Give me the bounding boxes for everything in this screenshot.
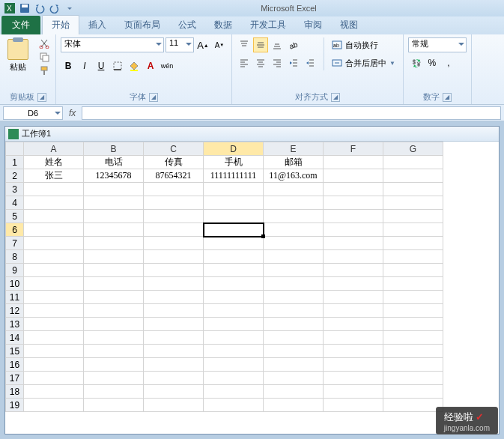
decrease-indent-button[interactable]: [286, 55, 301, 70]
cell-F6[interactable]: [324, 223, 383, 237]
cell-E12[interactable]: [264, 304, 324, 318]
cell-D15[interactable]: [204, 345, 264, 358]
cell-F14[interactable]: [324, 331, 383, 345]
format-painter-button[interactable]: [37, 64, 51, 76]
cell-C12[interactable]: [144, 304, 204, 318]
cell-B9[interactable]: [84, 264, 144, 277]
col-header-D[interactable]: D: [204, 142, 264, 156]
cell-C14[interactable]: [144, 331, 204, 345]
save-icon[interactable]: [18, 1, 31, 15]
decrease-font-button[interactable]: A▼: [212, 37, 227, 52]
file-tab[interactable]: 文件: [1, 16, 40, 34]
cell-B11[interactable]: [84, 291, 144, 304]
cell-A17[interactable]: [24, 372, 84, 385]
cell-G8[interactable]: [383, 250, 443, 264]
row-header-18[interactable]: 18: [6, 385, 24, 399]
align-middle-button[interactable]: [253, 37, 268, 52]
cell-F12[interactable]: [324, 304, 383, 318]
cell-A12[interactable]: [24, 304, 84, 318]
tab-data[interactable]: 数据: [205, 16, 241, 34]
row-header-9[interactable]: 9: [6, 264, 24, 277]
cell-B10[interactable]: [84, 277, 144, 291]
cell-D19[interactable]: [204, 399, 264, 412]
cell-B1[interactable]: 电话: [84, 156, 144, 169]
cell-A16[interactable]: [24, 358, 84, 372]
cell-E5[interactable]: [264, 210, 324, 223]
cell-D11[interactable]: [204, 291, 264, 304]
cell-A7[interactable]: [24, 237, 84, 250]
number-dialog-launcher[interactable]: ◢: [443, 93, 452, 102]
cell-D14[interactable]: [204, 331, 264, 345]
cell-B3[interactable]: [84, 183, 144, 196]
cell-B13[interactable]: [84, 318, 144, 331]
cell-F7[interactable]: [324, 237, 383, 250]
cell-A6[interactable]: [24, 223, 84, 237]
cell-B17[interactable]: [84, 372, 144, 385]
cell-G19[interactable]: [383, 399, 443, 412]
cell-G16[interactable]: [383, 358, 443, 372]
copy-button[interactable]: [37, 51, 51, 63]
cell-D1[interactable]: 手机: [204, 156, 264, 169]
underline-button[interactable]: U: [94, 58, 109, 73]
workbook-titlebar[interactable]: 工作簿1: [5, 127, 499, 142]
cell-A5[interactable]: [24, 210, 84, 223]
cell-G15[interactable]: [383, 345, 443, 358]
spreadsheet-grid[interactable]: ABCDEFG1姓名电话传真手机邮箱2张三1234567887654321111…: [5, 142, 499, 434]
cut-button[interactable]: [37, 37, 51, 49]
cell-E4[interactable]: [264, 196, 324, 210]
clipboard-dialog-launcher[interactable]: ◢: [37, 93, 46, 102]
cell-D4[interactable]: [204, 196, 264, 210]
row-header-2[interactable]: 2: [6, 169, 24, 183]
cell-A3[interactable]: [24, 183, 84, 196]
cell-A10[interactable]: [24, 277, 84, 291]
cell-B5[interactable]: [84, 210, 144, 223]
cell-E3[interactable]: [264, 183, 324, 196]
cell-E19[interactable]: [264, 399, 324, 412]
cell-A19[interactable]: [24, 399, 84, 412]
cell-B14[interactable]: [84, 331, 144, 345]
bold-button[interactable]: B: [61, 58, 76, 73]
cell-G6[interactable]: [383, 223, 443, 237]
row-header-13[interactable]: 13: [6, 318, 24, 331]
cell-G3[interactable]: [383, 183, 443, 196]
cell-D9[interactable]: [204, 264, 264, 277]
cell-D8[interactable]: [204, 250, 264, 264]
col-header-B[interactable]: B: [84, 142, 144, 156]
align-right-button[interactable]: [270, 55, 285, 70]
cell-C16[interactable]: [144, 358, 204, 372]
cell-F2[interactable]: [324, 169, 383, 183]
cell-A8[interactable]: [24, 250, 84, 264]
align-left-button[interactable]: [237, 55, 252, 70]
row-header-6[interactable]: 6: [6, 223, 24, 237]
cell-E1[interactable]: 邮箱: [264, 156, 324, 169]
cell-G11[interactable]: [383, 291, 443, 304]
tab-formulas[interactable]: 公式: [169, 16, 205, 34]
cell-E14[interactable]: [264, 331, 324, 345]
cell-F5[interactable]: [324, 210, 383, 223]
cell-F16[interactable]: [324, 358, 383, 372]
cell-E8[interactable]: [264, 250, 324, 264]
row-header-11[interactable]: 11: [6, 291, 24, 304]
row-header-16[interactable]: 16: [6, 358, 24, 372]
percent-button[interactable]: %: [425, 55, 440, 70]
row-header-10[interactable]: 10: [6, 277, 24, 291]
cell-A4[interactable]: [24, 196, 84, 210]
cell-B6[interactable]: [84, 223, 144, 237]
cell-D3[interactable]: [204, 183, 264, 196]
col-header-C[interactable]: C: [144, 142, 204, 156]
cell-B4[interactable]: [84, 196, 144, 210]
cell-G10[interactable]: [383, 277, 443, 291]
redo-icon[interactable]: [48, 1, 61, 15]
row-header-15[interactable]: 15: [6, 345, 24, 358]
cell-A1[interactable]: 姓名: [24, 156, 84, 169]
paste-button[interactable]: 粘贴: [4, 37, 31, 74]
name-box[interactable]: D6: [3, 106, 63, 120]
wrap-text-button[interactable]: ab 自动换行: [329, 37, 398, 52]
cell-B8[interactable]: [84, 250, 144, 264]
cell-E15[interactable]: [264, 345, 324, 358]
cell-C6[interactable]: [144, 223, 204, 237]
cell-G4[interactable]: [383, 196, 443, 210]
formula-input[interactable]: [82, 106, 501, 120]
row-header-1[interactable]: 1: [6, 156, 24, 169]
cell-D2[interactable]: 11111111111: [204, 169, 264, 183]
